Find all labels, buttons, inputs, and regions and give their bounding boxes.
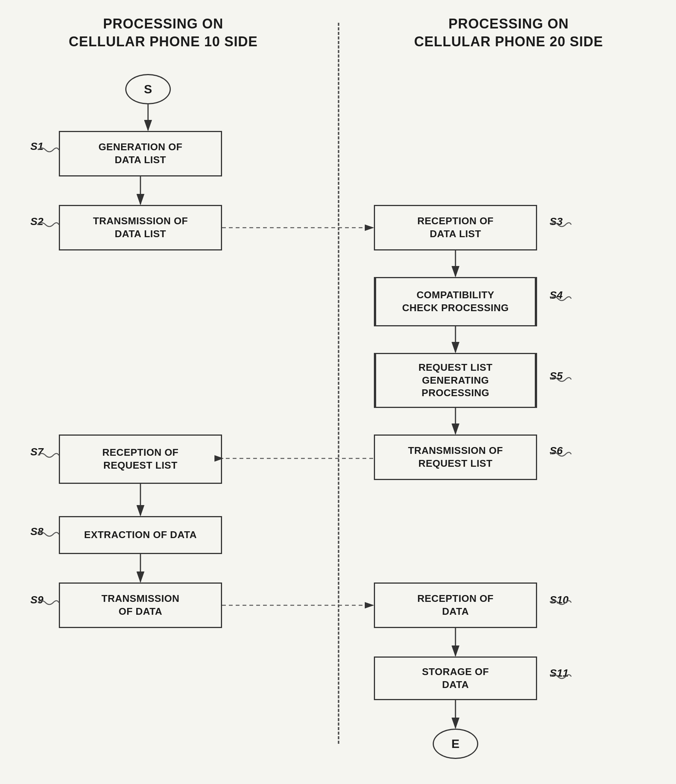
end-oval: E [433, 729, 478, 759]
s7-label: RECEPTION OFREQUEST LIST [102, 446, 178, 472]
s3-box: RECEPTION OFDATA LIST [374, 205, 537, 250]
s9-box: TRANSMISSIONOF DATA [59, 582, 222, 628]
s4-step: S4 [550, 289, 563, 301]
start-oval: S [125, 74, 171, 104]
s2-step: S2 [30, 216, 43, 228]
s4-box: COMPATIBILITYCHECK PROCESSING [374, 277, 537, 326]
s10-box: RECEPTION OFDATA [374, 582, 537, 628]
s6-step: S6 [550, 445, 563, 457]
s10-step: S10 [550, 594, 569, 606]
diagram-container: PROCESSING ONCELLULAR PHONE 10 SIDE PROC… [0, 0, 676, 784]
s3-step: S3 [550, 216, 563, 228]
s5-label: REQUEST LISTGENERATINGPROCESSING [418, 361, 492, 400]
s8-label: EXTRACTION OF DATA [84, 529, 197, 542]
start-label: S [144, 82, 152, 96]
s9-step: S9 [30, 594, 43, 606]
s8-box: EXTRACTION OF DATA [59, 516, 222, 554]
s2-label: TRANSMISSION OFDATA LIST [93, 215, 188, 241]
s5-step: S5 [550, 370, 563, 382]
header-right: PROCESSING ONCELLULAR PHONE 20 SIDE [372, 15, 645, 51]
s3-label: RECEPTION OFDATA LIST [417, 215, 493, 241]
s11-step: S11 [550, 667, 569, 679]
s4-label: COMPATIBILITYCHECK PROCESSING [402, 289, 509, 315]
s5-box: REQUEST LISTGENERATINGPROCESSING [374, 353, 537, 408]
s11-label: STORAGE OFDATA [422, 666, 489, 691]
s1-step: S1 [30, 140, 43, 153]
s10-label: RECEPTION OFDATA [417, 592, 493, 618]
s9-label: TRANSMISSIONOF DATA [101, 592, 179, 618]
divider [338, 23, 339, 744]
s1-label: GENERATION OFDATA LIST [98, 141, 182, 167]
s7-box: RECEPTION OFREQUEST LIST [59, 435, 222, 484]
s2-box: TRANSMISSION OFDATA LIST [59, 205, 222, 250]
s1-box: GENERATION OFDATA LIST [59, 131, 222, 176]
s7-step: S7 [30, 446, 43, 458]
header-left: PROCESSING ONCELLULAR PHONE 10 SIDE [30, 15, 296, 51]
s6-box: TRANSMISSION OFREQUEST LIST [374, 435, 537, 480]
s6-label: TRANSMISSION OFREQUEST LIST [408, 444, 503, 470]
s11-box: STORAGE OFDATA [374, 656, 537, 700]
end-label: E [451, 737, 459, 751]
s8-step: S8 [30, 526, 43, 538]
